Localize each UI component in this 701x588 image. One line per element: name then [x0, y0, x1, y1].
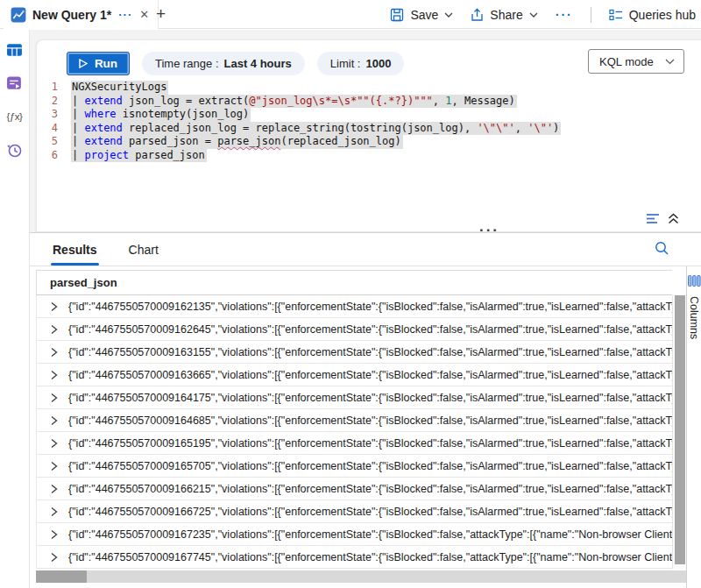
- history-icon[interactable]: [6, 141, 24, 159]
- chevron-down-icon: [529, 12, 538, 18]
- row-json-value: {"id":"4467550570009164685","violations"…: [68, 414, 672, 427]
- columns-icon: [688, 275, 701, 287]
- main-area: Run Time range : Last 4 hours Limit : 10…: [30, 30, 701, 588]
- share-icon: [471, 8, 484, 22]
- line-number: 4: [37, 122, 58, 136]
- collapse-editor-icon[interactable]: [668, 213, 679, 224]
- save-button[interactable]: Save: [390, 8, 453, 22]
- results-view-tab-chart[interactable]: Chart: [127, 243, 160, 266]
- new-tab-button[interactable]: +: [156, 4, 166, 25]
- expand-row-button[interactable]: [49, 460, 59, 472]
- queries-hub-icon: [609, 9, 623, 21]
- column-header[interactable]: parsed_json: [36, 270, 672, 295]
- table-row[interactable]: {"id":"4467550570009164175","violations"…: [36, 386, 672, 409]
- run-label: Run: [95, 57, 117, 70]
- query-tab[interactable]: New Query 1* ··· ✕: [4, 0, 159, 29]
- expand-row-button[interactable]: [49, 414, 59, 427]
- vertical-scrollbar-thumb[interactable]: [675, 295, 685, 564]
- editor-format-icon[interactable]: [646, 213, 660, 224]
- expand-row-button[interactable]: [49, 483, 59, 495]
- line-number: 3: [37, 108, 58, 122]
- queries-hub-button[interactable]: Queries hub: [609, 8, 696, 22]
- row-json-value: {"id":"4467550570009167745","violations"…: [68, 551, 672, 563]
- time-range-filter[interactable]: Time range : Last 4 hours: [142, 52, 305, 75]
- run-button[interactable]: Run: [67, 52, 130, 75]
- share-label: Share: [490, 8, 522, 22]
- expand-row-button[interactable]: [49, 301, 59, 313]
- queries-hub-label: Queries hub: [629, 8, 696, 22]
- table-row[interactable]: {"id":"4467550570009164685","violations"…: [36, 409, 672, 432]
- splitter-handle[interactable]: ···: [479, 226, 499, 235]
- queries-icon[interactable]: [6, 74, 24, 92]
- expand-row-button[interactable]: [49, 506, 59, 518]
- row-json-value: {"id":"4467550570009162135","violations"…: [68, 301, 672, 313]
- code-text: | extend parsed_json = parse_json(replac…: [71, 135, 403, 149]
- expand-row-button[interactable]: [49, 369, 59, 381]
- code-line[interactable]: 2| extend json_log = extract(@"json_log\…: [37, 95, 701, 109]
- table-row[interactable]: {"id":"4467550570009162645","violations"…: [36, 318, 672, 341]
- tables-icon[interactable]: [6, 41, 24, 59]
- expand-chevron-icon: [49, 301, 59, 313]
- search-button[interactable]: [655, 241, 669, 259]
- more-horizontal-icon: ···: [556, 8, 573, 22]
- code-line[interactable]: 5| extend parsed_json = parse_json(repla…: [37, 135, 701, 149]
- kql-mode-select[interactable]: KQL mode: [588, 49, 684, 74]
- row-json-value: {"id":"4467550570009166725","violations"…: [68, 506, 672, 518]
- expand-row-button[interactable]: [49, 346, 59, 358]
- row-json-value: {"id":"4467550570009167235","violations"…: [68, 528, 672, 541]
- code-editor[interactable]: 1NGXSecurityLogs2| extend json_log = ext…: [37, 81, 701, 205]
- expand-chevron-icon: [49, 483, 59, 495]
- horizontal-scrollbar[interactable]: [36, 570, 686, 583]
- table-row[interactable]: {"id":"4467550570009166725","violations"…: [36, 500, 672, 523]
- table-row[interactable]: {"id":"4467550570009162135","violations"…: [36, 295, 672, 318]
- expand-chevron-icon: [49, 528, 59, 541]
- more-actions-button[interactable]: ···: [556, 8, 573, 22]
- columns-side-panel[interactable]: Columns: [686, 266, 701, 588]
- code-text: NGXSecurityLogs: [71, 81, 168, 95]
- query-toolbar: Run Time range : Last 4 hours Limit : 10…: [37, 40, 701, 79]
- vertical-scrollbar[interactable]: [672, 295, 686, 569]
- time-range-label: Time range :: [155, 57, 219, 70]
- row-json-value: {"id":"4467550570009164175","violations"…: [68, 392, 672, 404]
- expand-row-button[interactable]: [49, 528, 59, 541]
- app-icon: [11, 7, 26, 23]
- line-number: 2: [37, 95, 58, 109]
- expand-chevron-icon: [49, 414, 59, 427]
- code-text: | extend json_log = extract(@"json_log\s…: [71, 95, 517, 109]
- limit-filter[interactable]: Limit : 1000: [317, 52, 405, 75]
- table-row[interactable]: {"id":"4467550570009163665","violations"…: [36, 364, 672, 386]
- line-number: 5: [37, 135, 58, 149]
- table-row[interactable]: {"id":"4467550570009166215","violations"…: [36, 478, 672, 500]
- limit-value: 1000: [365, 57, 391, 70]
- row-json-value: {"id":"4467550570009166215","violations"…: [68, 483, 672, 495]
- code-line[interactable]: 1NGXSecurityLogs: [37, 81, 701, 95]
- columns-panel-label[interactable]: Columns: [688, 296, 700, 339]
- code-line[interactable]: 3| where isnotempty(json_log): [37, 108, 701, 122]
- expand-row-button[interactable]: [49, 551, 59, 563]
- table-row[interactable]: {"id":"4467550570009163155","violations"…: [36, 341, 672, 364]
- expand-chevron-icon: [49, 369, 59, 381]
- share-button[interactable]: Share: [471, 8, 537, 22]
- functions-icon[interactable]: {ƒx}: [6, 108, 24, 125]
- table-row[interactable]: {"id":"4467550570009165195","violations"…: [36, 432, 672, 455]
- grid-body: {"id":"4467550570009162135","violations"…: [36, 295, 672, 569]
- expand-row-button[interactable]: [49, 437, 59, 450]
- expand-chevron-icon: [49, 460, 59, 472]
- table-row[interactable]: {"id":"4467550570009165705","violations"…: [36, 455, 672, 478]
- tab-more-icon[interactable]: ···: [118, 8, 132, 21]
- close-tab-icon[interactable]: ✕: [139, 8, 149, 21]
- code-line[interactable]: 6| project parsed_json: [37, 149, 701, 163]
- code-line[interactable]: 4| extend replaced_json_log = replace_st…: [37, 122, 701, 136]
- expand-chevron-icon: [49, 437, 59, 450]
- horizontal-scrollbar-thumb[interactable]: [36, 570, 87, 583]
- chevron-down-icon: [665, 59, 675, 65]
- results-grid: parsed_json {"id":"4467550570009162135",…: [36, 270, 672, 569]
- save-icon: [390, 8, 404, 22]
- table-row[interactable]: {"id":"4467550570009167745","violations"…: [36, 546, 672, 569]
- table-row[interactable]: {"id":"4467550570009167235","violations"…: [36, 523, 672, 546]
- expand-row-button[interactable]: [49, 323, 59, 336]
- time-range-value: Last 4 hours: [224, 57, 292, 70]
- expand-row-button[interactable]: [49, 392, 59, 404]
- expand-chevron-icon: [49, 506, 59, 518]
- results-view-tab-results[interactable]: Results: [51, 243, 99, 266]
